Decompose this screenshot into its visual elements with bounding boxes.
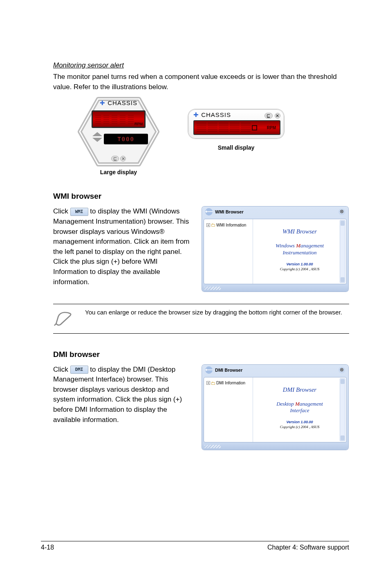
note-callout: You can enlarge or reduce the browser si… — [53, 304, 349, 333]
close-icon[interactable]: ⊗ — [338, 367, 345, 373]
monitor-toggle-icon-small[interactable]: ⊑ — [264, 113, 273, 119]
wmi-copyright: Copyright (c) 2004 , ASUS — [256, 267, 344, 271]
chassis-icon-small: ✚ — [193, 111, 201, 118]
pencil-icon — [53, 308, 75, 329]
dmi-tree-label: DMI Information — [216, 381, 245, 385]
large-readout: T000 — [104, 134, 148, 144]
monitor-toggle-icon[interactable]: ⊑ — [111, 156, 119, 162]
wmi-subtitle: Windows Management Instrumentation — [256, 242, 344, 256]
dmi-heading: DMI browser — [53, 350, 349, 359]
dmi-version: Version 1.00.00 — [256, 420, 344, 424]
small-sensor-display: ✚ CHASSIS ⊑ ✕ RPM — [188, 109, 284, 139]
dmi-text-before: Click — [53, 366, 70, 373]
sensor-displays-row: ✚ CHASSIS T000 ⊑ ✕ Large display ✚ — [53, 97, 349, 175]
close-icon-small[interactable]: ✕ — [275, 113, 280, 119]
large-sensor-display: ✚ CHASSIS T000 ⊑ ✕ — [78, 97, 159, 166]
wmi-tree-item[interactable]: + 🗀 WMI Information — [206, 222, 250, 227]
dmi-window-title: DMI Browser — [215, 368, 242, 373]
close-icon[interactable]: ✕ — [120, 156, 126, 162]
wmi-text-after: to display the WMI (Windows Management I… — [53, 207, 190, 285]
chassis-label-small: CHASSIS — [201, 111, 231, 118]
wmi-description: Click WMI to display the WMI (Windows Ma… — [53, 206, 190, 287]
scrollbar[interactable] — [340, 220, 345, 283]
page-number: 4-18 — [41, 544, 54, 551]
dmi-subtitle: Desktop Management Interface — [256, 401, 344, 415]
dmi-browser-window: ⟵ DMI Browser ⊗ + 🗀 DMI Information DMI … — [202, 365, 348, 450]
dmi-button[interactable]: DMI — [70, 366, 88, 374]
dmi-text-after: to display the DMI (Desktop Management I… — [53, 366, 182, 424]
dmi-description: Click DMI to display the DMI (Desktop Ma… — [53, 365, 190, 425]
monitoring-alert-heading: Monitoring sensor alert — [53, 61, 349, 70]
rpm-square-icon — [252, 125, 257, 130]
wmi-heading: WMI browser — [53, 192, 349, 201]
close-icon[interactable]: ⊗ — [338, 209, 345, 215]
large-rpm-panel — [92, 110, 146, 128]
wmi-tree-label: WMI Information — [216, 223, 246, 227]
page-footer: 4-18 Chapter 4: Software support — [41, 541, 349, 551]
dmi-tree-item[interactable]: + 🗀 DMI Information — [206, 381, 250, 386]
small-rpm-panel: RPM — [193, 120, 280, 135]
wmi-version: Version 1.00.00 — [256, 262, 344, 266]
back-icon[interactable]: ⟵ — [205, 366, 213, 374]
small-display-caption: Small display — [188, 144, 284, 151]
wmi-text-before: Click — [53, 207, 70, 215]
chassis-label-large: CHASSIS — [108, 99, 137, 106]
dmi-copyright: Copyright (c) 2004 , ASUS — [256, 425, 344, 429]
wmi-button[interactable]: WMI — [70, 208, 88, 216]
svg-marker-0 — [80, 99, 157, 164]
large-display-caption: Large display — [78, 169, 159, 175]
rpm-label-small: RPM — [266, 125, 277, 130]
chapter-title: Chapter 4: Software support — [267, 544, 349, 551]
dmi-right-title: DMI Browser — [256, 386, 344, 393]
back-icon[interactable]: ⟵ — [205, 208, 213, 215]
scrollbar[interactable] — [340, 378, 345, 441]
wmi-right-title: WMI Browser — [256, 228, 344, 235]
monitoring-alert-body: The monitor panel turns red when a compo… — [53, 72, 349, 92]
wmi-window-title: WMI Browser — [215, 209, 244, 214]
note-text: You can enlarge or reduce the browser si… — [85, 308, 342, 316]
chassis-icon: ✚ — [100, 99, 108, 106]
wmi-browser-window: ⟵ WMI Browser ⊗ + 🗀 WMI Information WMI … — [202, 206, 348, 292]
